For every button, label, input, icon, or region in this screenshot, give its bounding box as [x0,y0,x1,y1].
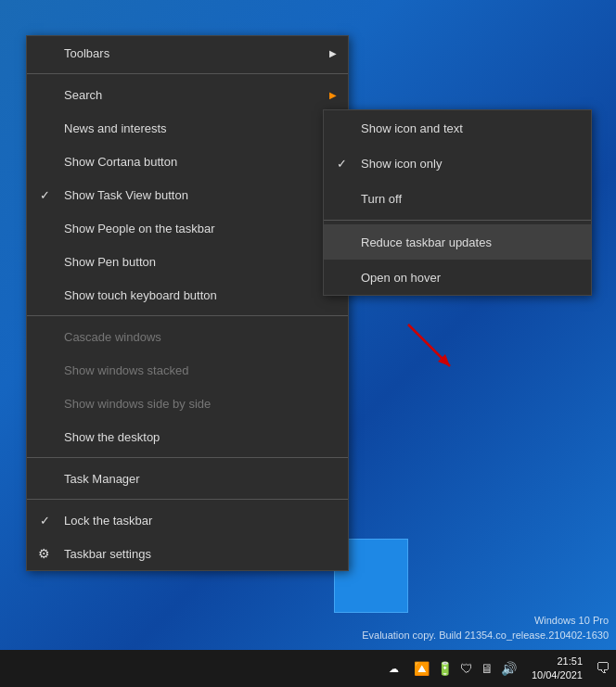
cascade-label: Cascade windows [64,330,161,344]
taskview-checkmark: ✓ [40,188,50,202]
chevron-up-icon[interactable]: 🔼 [414,661,430,676]
volume-icon[interactable]: 🔊 [501,661,517,676]
battery-icon[interactable]: 🔋 [437,661,453,676]
submenu-item-reduce[interactable]: Reduce taskbar updates [324,224,591,260]
lock-checkmark: ✓ [40,514,50,528]
stacked-label: Show windows stacked [64,363,188,377]
notification-icon[interactable]: 🗨 [590,660,616,677]
svg-marker-1 [438,354,450,366]
menu-item-cortana[interactable]: Show Cortana button [27,145,348,178]
pen-label: Show Pen button [64,255,156,269]
watermark-line1: Windows 10 Pro [362,614,609,628]
submenu-news: Show icon and text ✓ Show icon only Turn… [323,109,592,296]
windows-watermark: Windows 10 Pro Evaluation copy. Build 21… [362,614,609,642]
hover-label: Open on hover [361,271,441,285]
arrow-pointer [399,315,473,393]
desktop-label: Show the desktop [64,430,160,444]
taskbar: ☁ 🔼 🔋 🛡 🖥 🔊 21:51 10/04/2021 🗨 [0,650,616,687]
separator-1 [27,315,348,316]
taskbar-system-icons: 🔼 🔋 🛡 🖥 🔊 [406,661,524,676]
taskmanager-label: Task Manager [64,472,140,486]
taskbar-clock[interactable]: 21:51 10/04/2021 [524,655,590,683]
sidebyside-label: Show windows side by side [64,397,211,411]
menu-item-news[interactable]: News and interests [27,111,348,145]
context-menu: Toolbars Search News and interests Show … [26,35,349,571]
turnoff-label: Turn off [361,192,402,206]
svg-line-0 [408,324,450,366]
cortana-label: Show Cortana button [64,155,177,169]
separator-after-toolbars [27,73,348,74]
menu-item-search[interactable]: Search [27,78,348,111]
menu-item-toolbars[interactable]: Toolbars [27,36,348,70]
weather-icon: ☁ [389,663,399,675]
keyboard-label: Show touch keyboard button [64,288,217,302]
menu-item-cascade: Cascade windows [27,320,348,353]
submenu-item-turnoff[interactable]: Turn off [324,181,591,216]
watermark-line2: Evaluation copy. Build 21354.co_release.… [362,629,609,642]
desktop: Toolbars Search News and interests Show … [0,0,616,687]
menu-item-desktop[interactable]: Show the desktop [27,420,348,453]
toolbars-label: Toolbars [64,46,109,60]
menu-item-taskview[interactable]: ✓ Show Task View button [27,178,348,211]
menu-item-lock[interactable]: ✓ Lock the taskbar [27,503,348,537]
icon-text-label: Show icon and text [361,121,463,135]
display-icon[interactable]: 🖥 [481,661,494,676]
separator-3 [27,499,348,500]
submenu-separator-1 [324,220,591,221]
menu-item-stacked: Show windows stacked [27,353,348,387]
menu-item-keyboard[interactable]: Show touch keyboard button [27,278,348,312]
menu-item-sidebyside: Show windows side by side [27,387,348,420]
menu-item-settings[interactable]: ⚙ Taskbar settings [27,537,348,570]
clock-time: 21:51 [532,655,583,668]
separator-2 [27,457,348,458]
news-label: News and interests [64,121,167,135]
submenu-item-icon-text[interactable]: Show icon and text [324,110,591,146]
shield-icon[interactable]: 🛡 [460,661,473,676]
search-label: Search [64,88,102,102]
settings-label: Taskbar settings [64,547,151,561]
gear-icon: ⚙ [38,546,50,561]
lock-label: Lock the taskbar [64,514,152,528]
menu-item-people[interactable]: Show People on the taskbar [27,211,348,245]
submenu-item-icon-only[interactable]: ✓ Show icon only [324,146,591,181]
menu-item-taskmanager[interactable]: Task Manager [27,462,348,495]
people-label: Show People on the taskbar [64,222,215,235]
submenu-item-hover[interactable]: Open on hover [324,260,591,295]
taskview-label: Show Task View button [64,188,188,202]
taskbar-weather[interactable]: ☁ [381,663,406,675]
icon-only-checkmark: ✓ [337,157,347,171]
reduce-label: Reduce taskbar updates [361,235,492,249]
icon-only-label: Show icon only [361,157,442,171]
menu-item-pen[interactable]: Show Pen button [27,245,348,278]
clock-date: 10/04/2021 [532,668,583,682]
